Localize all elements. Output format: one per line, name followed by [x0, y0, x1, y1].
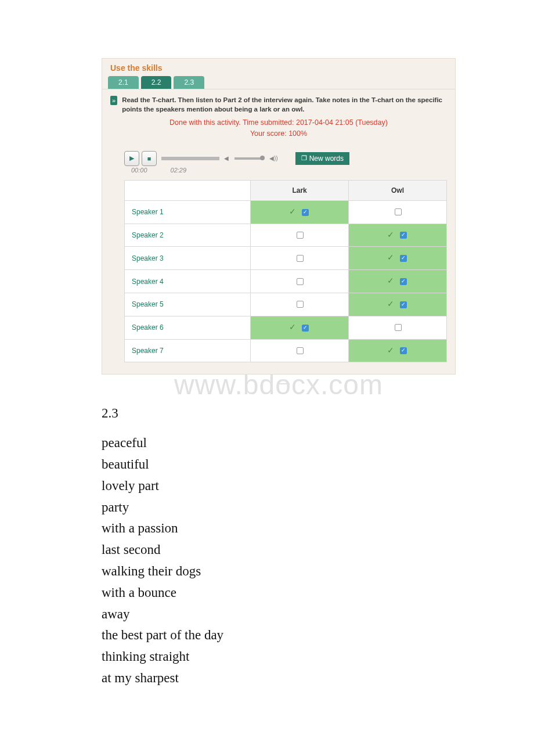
- lark-cell: [251, 247, 349, 270]
- table-row: Speaker 2✓: [125, 224, 447, 247]
- section-title: Use the skills: [102, 63, 455, 76]
- owl-cell: ✓: [349, 270, 447, 293]
- check-icon: ✓: [289, 322, 296, 332]
- tab-2-1[interactable]: 2.1: [108, 76, 139, 89]
- check-icon: ✓: [289, 207, 296, 216]
- t-chart-table: Lark Owl Speaker 1✓Speaker 2✓Speaker 3✓S…: [124, 180, 447, 363]
- instruction-bullet-icon: »: [110, 96, 117, 105]
- play-button[interactable]: ▶: [124, 151, 139, 166]
- owl-cell: [349, 200, 447, 224]
- owl-checkbox[interactable]: [400, 232, 407, 239]
- lark-checkbox[interactable]: [302, 209, 309, 216]
- owl-cell: ✓: [349, 247, 447, 270]
- speaker-label: Speaker 5: [125, 293, 251, 316]
- audio-total-time: 02:29: [171, 167, 187, 174]
- list-item: party: [102, 497, 456, 519]
- list-item: peaceful: [102, 433, 456, 454]
- list-item: lovely part: [102, 476, 456, 497]
- lark-cell: [251, 339, 349, 362]
- owl-checkbox[interactable]: [400, 301, 407, 308]
- tab-2-3[interactable]: 2.3: [174, 76, 204, 89]
- table-row: Speaker 1✓: [125, 200, 447, 224]
- table-row: Speaker 6✓: [125, 316, 447, 339]
- audio-player: ▶ ■ 00:00 02:29 ◀ ◀)) ❐ New words: [124, 151, 447, 166]
- list-item: away: [102, 604, 456, 625]
- new-words-icon: ❐: [301, 154, 307, 162]
- check-icon: ✓: [387, 299, 394, 308]
- stop-button[interactable]: ■: [142, 151, 157, 166]
- instruction-text: Read the T-chart. Then listen to Part 2 …: [122, 95, 447, 114]
- owl-checkbox[interactable]: [400, 278, 407, 285]
- owl-checkbox[interactable]: [400, 255, 407, 262]
- tab-bar: 2.1 2.2 2.3: [102, 76, 455, 89]
- speaker-label: Speaker 4: [125, 270, 251, 293]
- check-icon: ✓: [387, 345, 394, 355]
- col-owl: Owl: [349, 180, 447, 200]
- lark-cell: ✓: [251, 200, 349, 224]
- score-line: Your score: 100%: [250, 129, 307, 138]
- col-blank: [125, 180, 251, 200]
- list-item: with a bounce: [102, 582, 456, 604]
- speaker-label: Speaker 6: [125, 316, 251, 339]
- watermark: www.bdocx.com: [102, 369, 456, 401]
- lark-cell: [251, 293, 349, 316]
- lark-checkbox[interactable]: [297, 232, 304, 239]
- list-item: beautiful: [102, 454, 456, 476]
- volume-mute-icon: ◀: [224, 155, 229, 161]
- table-row: Speaker 4✓: [125, 270, 447, 293]
- owl-cell: ✓: [349, 339, 447, 362]
- lark-checkbox[interactable]: [297, 347, 304, 354]
- document-text: 2.3 peacefulbeautifullovely partpartywit…: [102, 403, 456, 689]
- submission-line: Done with this activity. Time submitted:…: [169, 118, 388, 127]
- list-item: at my sharpest: [102, 668, 456, 689]
- speaker-label: Speaker 2: [125, 224, 251, 247]
- exercise-panel: Use the skills 2.1 2.2 2.3 » Read the T-…: [102, 58, 456, 375]
- audio-current-time: 00:00: [131, 167, 147, 174]
- lark-cell: [251, 224, 349, 247]
- lark-cell: ✓: [251, 316, 349, 339]
- speaker-label: Speaker 3: [125, 247, 251, 270]
- owl-cell: ✓: [349, 224, 447, 247]
- list-item: walking their dogs: [102, 561, 456, 582]
- list-item: the best part of the day: [102, 625, 456, 646]
- tab-2-2[interactable]: 2.2: [141, 76, 172, 89]
- check-icon: ✓: [387, 253, 394, 262]
- volume-slider[interactable]: [234, 157, 264, 160]
- speaker-label: Speaker 1: [125, 200, 251, 224]
- check-icon: ✓: [387, 276, 394, 285]
- new-words-button[interactable]: ❐ New words: [295, 152, 349, 165]
- lark-checkbox[interactable]: [297, 301, 304, 308]
- list-item: with a passion: [102, 518, 456, 539]
- section-number: 2.3: [102, 403, 456, 424]
- lark-checkbox[interactable]: [297, 255, 304, 262]
- list-item: last second: [102, 539, 456, 561]
- table-row: Speaker 3✓: [125, 247, 447, 270]
- new-words-label: New words: [309, 154, 344, 163]
- lark-checkbox[interactable]: [297, 278, 304, 285]
- lark-cell: [251, 270, 349, 293]
- owl-checkbox[interactable]: [395, 208, 402, 215]
- table-row: Speaker 7✓: [125, 339, 447, 362]
- col-lark: Lark: [251, 180, 349, 200]
- check-icon: ✓: [387, 230, 394, 239]
- volume-icon: ◀)): [269, 155, 278, 161]
- owl-cell: [349, 316, 447, 339]
- audio-progress[interactable]: [161, 157, 219, 160]
- lark-checkbox[interactable]: [302, 325, 309, 332]
- owl-cell: ✓: [349, 293, 447, 316]
- owl-checkbox[interactable]: [400, 347, 407, 354]
- list-item: thinking straight: [102, 646, 456, 668]
- table-row: Speaker 5✓: [125, 293, 447, 316]
- speaker-label: Speaker 7: [125, 339, 251, 362]
- owl-checkbox[interactable]: [395, 324, 402, 331]
